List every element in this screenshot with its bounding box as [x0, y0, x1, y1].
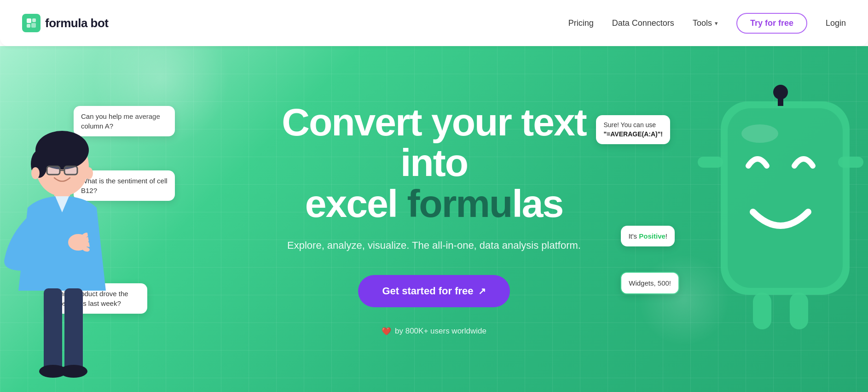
- nav-tools-dropdown[interactable]: Tools ▾: [693, 18, 718, 28]
- svg-rect-0: [27, 18, 31, 23]
- hero-center: Convert your text into excel formulas Ex…: [255, 102, 613, 336]
- svg-rect-29: [753, 293, 771, 329]
- logo[interactable]: formula bot: [22, 14, 109, 32]
- svg-rect-7: [47, 166, 60, 175]
- nav-tools-label: Tools: [693, 18, 712, 28]
- svg-point-10: [31, 167, 40, 179]
- svg-point-21: [60, 365, 87, 378]
- svg-rect-19: [64, 288, 83, 371]
- login-button[interactable]: Login: [826, 18, 846, 28]
- chevron-down-icon: ▾: [715, 20, 718, 27]
- try-for-free-button[interactable]: Try for free: [736, 13, 807, 34]
- svg-rect-26: [778, 92, 783, 106]
- person-illustration: [0, 79, 175, 392]
- svg-point-31: [741, 124, 778, 143]
- social-proof: ❤️ by 800K+ users worldwide: [255, 327, 613, 336]
- logo-icon: [22, 14, 41, 32]
- nav-links: Pricing Data Connectors Tools ▾ Try for …: [568, 13, 846, 34]
- svg-rect-28: [838, 157, 863, 168]
- nav-data-connectors[interactable]: Data Connectors: [612, 18, 674, 28]
- navbar: formula bot Pricing Data Connectors Tool…: [0, 0, 868, 46]
- svg-rect-30: [790, 293, 808, 329]
- svg-rect-3: [31, 23, 36, 28]
- svg-rect-27: [698, 157, 723, 168]
- get-started-button[interactable]: Get started for free ↗: [358, 275, 509, 307]
- hero-section: Can you help me average column A? What i…: [0, 46, 868, 392]
- nav-pricing[interactable]: Pricing: [568, 18, 594, 28]
- svg-rect-1: [32, 18, 36, 22]
- svg-rect-2: [27, 24, 30, 28]
- bot-illustration: [656, 46, 868, 392]
- svg-rect-18: [44, 288, 62, 371]
- svg-point-11: [85, 167, 93, 179]
- logo-text: formula bot: [45, 16, 109, 30]
- hero-title: Convert your text into excel formulas: [255, 102, 613, 224]
- svg-rect-8: [64, 166, 77, 175]
- hero-subtitle: Explore, analyze, visualize. The all-in-…: [255, 238, 613, 253]
